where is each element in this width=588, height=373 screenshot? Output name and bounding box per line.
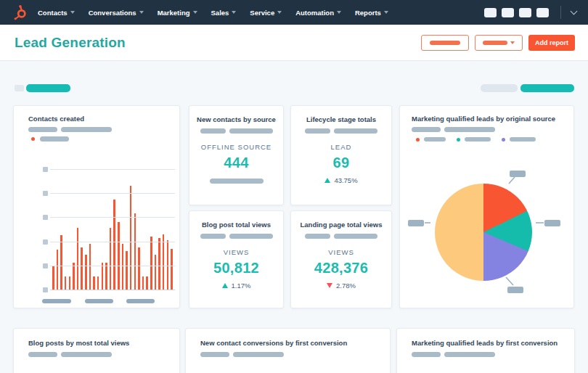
top-navigation-bar: Contacts Conversations Marketing Sales S… [0, 0, 588, 25]
gridline [50, 242, 175, 242]
nav-toolbar-icon-placeholder[interactable] [484, 8, 497, 17]
legend-swatch-icon [457, 138, 460, 142]
metric-delta: 43.75% [324, 176, 357, 184]
page-title: Lead Generation [15, 35, 126, 51]
nav-item-marketing[interactable]: Marketing [158, 9, 197, 17]
bar[interactable] [89, 244, 91, 290]
nav-item-contacts[interactable]: Contacts [38, 9, 75, 17]
pie-callout-label-placeholder [507, 287, 523, 293]
bar[interactable] [65, 276, 67, 290]
card-blog-post-total-views: Blog post total views VIEWS 50,812 1.17% [189, 210, 284, 308]
chevron-down-icon [384, 11, 388, 14]
pie-callout-label-placeholder [510, 171, 526, 177]
nav-item-service[interactable]: Service [250, 9, 282, 17]
card-subtitle-placeholder [200, 352, 284, 357]
chevron-down-icon [277, 11, 282, 14]
metric-delta: 2.78% [327, 282, 356, 290]
delta-value: 43.75% [334, 176, 357, 184]
dashboard-action-button[interactable] [421, 35, 469, 51]
nav-toolbar-icon-placeholder[interactable] [519, 8, 531, 17]
legend-label-placeholder [510, 137, 536, 142]
nav-toolbar-icon-placeholder[interactable] [502, 8, 514, 17]
chevron-down-icon [337, 11, 341, 14]
x-axis-label-placeholder [85, 299, 113, 303]
y-axis-tick-placeholder [43, 263, 48, 269]
toolbar-action-pill[interactable] [520, 84, 574, 92]
metric-value: 444 [224, 155, 248, 171]
bar[interactable] [155, 255, 157, 290]
bar[interactable] [122, 244, 124, 290]
card-title: New contacts by source [197, 115, 276, 123]
bar[interactable] [81, 247, 83, 290]
bar[interactable] [134, 213, 136, 290]
dashboard-filter-pill[interactable] [26, 84, 70, 92]
chevron-down-icon [139, 11, 144, 14]
bar[interactable] [60, 235, 62, 290]
bar[interactable] [138, 247, 140, 290]
bar[interactable] [93, 276, 95, 290]
toolbar-placeholder-pill[interactable] [481, 84, 518, 92]
nav-item-conversations[interactable]: Conversations [89, 9, 144, 17]
delta-value: 2.78% [336, 282, 356, 290]
gridline [50, 193, 175, 194]
bar[interactable] [77, 228, 79, 290]
bar[interactable] [73, 263, 75, 290]
x-axis-label-placeholder [42, 299, 71, 303]
card-subtitle-placeholder [305, 128, 377, 134]
bar[interactable] [126, 251, 128, 290]
trend-up-icon [222, 283, 228, 288]
pie-chart[interactable] [435, 184, 532, 281]
metric-delta: 1.17% [222, 282, 251, 290]
y-axis-tick-placeholder [43, 287, 48, 292]
y-axis-tick-placeholder [43, 167, 48, 172]
bar[interactable] [57, 250, 59, 290]
nav-item-label: Contacts [38, 9, 68, 17]
card-title: Marketing qualified leads by first conve… [412, 339, 558, 347]
bar[interactable] [85, 255, 87, 290]
metric-value: 428,376 [314, 260, 368, 276]
filter-icon-placeholder[interactable] [15, 85, 24, 91]
bar[interactable] [163, 234, 165, 290]
card-subtitle-placeholder [305, 234, 377, 239]
bar[interactable] [171, 249, 173, 290]
metric-label: VIEWS [224, 248, 250, 256]
bar[interactable] [146, 276, 148, 290]
card-mql-by-original-source: Marketing qualified leads by original so… [399, 105, 574, 308]
nav-toolbar-icon-placeholder[interactable] [536, 8, 549, 17]
bar[interactable] [118, 222, 120, 290]
metric-label: LEAD [331, 143, 352, 151]
y-axis-tick-placeholder [43, 215, 48, 220]
button-label-placeholder [483, 41, 507, 45]
nav-item-label: Reports [355, 9, 381, 17]
dashboard-filter-dropdown[interactable] [475, 35, 523, 51]
dashboard-screen: Contacts Conversations Marketing Sales S… [0, 0, 588, 373]
card-title: New contact conversions by first convers… [200, 339, 347, 347]
bar[interactable] [102, 263, 104, 290]
bar[interactable] [130, 186, 132, 290]
hubspot-sprocket-icon[interactable] [12, 4, 28, 20]
nav-item-sales[interactable]: Sales [211, 9, 237, 17]
card-subtitle-placeholder [28, 127, 112, 132]
bar[interactable] [113, 200, 115, 290]
add-report-button[interactable]: Add report [528, 35, 575, 51]
metric-footer-placeholder [210, 179, 264, 184]
bar[interactable] [97, 276, 99, 290]
bar[interactable] [110, 228, 112, 290]
card-contacts-created: Contacts created [13, 105, 180, 308]
chart-legend [31, 136, 69, 142]
nav-item-reports[interactable]: Reports [355, 9, 388, 17]
bar[interactable] [52, 266, 54, 290]
bar[interactable] [158, 238, 160, 290]
nav-item-automation[interactable]: Automation [295, 9, 341, 17]
bar[interactable] [69, 276, 71, 290]
legend-swatch-icon [416, 138, 420, 142]
bar[interactable] [150, 237, 152, 290]
button-label-placeholder [430, 41, 460, 45]
chevron-down-icon [70, 11, 75, 14]
account-chevron-down-icon[interactable] [571, 8, 578, 15]
bar[interactable] [142, 276, 144, 290]
legend-swatch-icon [31, 137, 35, 141]
metric-value: 69 [333, 155, 350, 171]
bar[interactable] [105, 263, 107, 290]
metric-label: OFFLINE SOURCE [201, 143, 271, 151]
